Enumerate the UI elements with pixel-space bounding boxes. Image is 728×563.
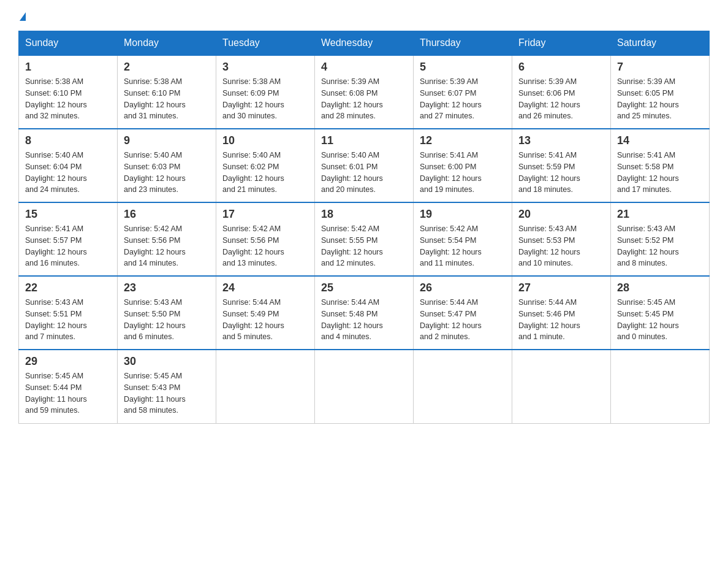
day-number: 4 <box>321 61 407 74</box>
calendar-cell <box>315 350 414 423</box>
calendar-table: SundayMondayTuesdayWednesdayThursdayFrid… <box>18 31 710 424</box>
calendar-cell: 21 Sunrise: 5:43 AMSunset: 5:52 PMDaylig… <box>611 202 710 276</box>
page-header <box>18 12 710 21</box>
calendar-cell <box>512 350 611 423</box>
calendar-cell: 11 Sunrise: 5:40 AMSunset: 6:01 PMDaylig… <box>315 129 414 202</box>
weekday-header-monday: Monday <box>118 31 216 56</box>
logo <box>18 12 26 21</box>
week-row-2: 8 Sunrise: 5:40 AMSunset: 6:04 PMDayligh… <box>19 129 710 202</box>
calendar-cell: 27 Sunrise: 5:44 AMSunset: 5:46 PMDaylig… <box>512 276 611 350</box>
day-number: 20 <box>518 208 604 221</box>
calendar-cell: 5 Sunrise: 5:39 AMSunset: 6:07 PMDayligh… <box>414 55 512 129</box>
weekday-header-wednesday: Wednesday <box>315 31 414 56</box>
day-number: 25 <box>321 282 407 294</box>
day-number: 15 <box>25 208 111 221</box>
day-number: 26 <box>420 282 506 294</box>
day-number: 30 <box>124 355 210 368</box>
calendar-cell: 12 Sunrise: 5:41 AMSunset: 6:00 PMDaylig… <box>414 129 512 202</box>
day-info: Sunrise: 5:45 AMSunset: 5:44 PMDaylight:… <box>25 370 111 416</box>
day-info: Sunrise: 5:40 AMSunset: 6:03 PMDaylight:… <box>124 150 210 196</box>
calendar-cell <box>414 350 512 423</box>
day-info: Sunrise: 5:40 AMSunset: 6:02 PMDaylight:… <box>222 150 308 196</box>
calendar-cell <box>611 350 710 423</box>
day-info: Sunrise: 5:41 AMSunset: 5:57 PMDaylight:… <box>25 223 111 269</box>
weekday-header-thursday: Thursday <box>414 31 512 56</box>
day-info: Sunrise: 5:39 AMSunset: 6:05 PMDaylight:… <box>617 76 703 122</box>
day-number: 3 <box>222 61 308 74</box>
weekday-header-saturday: Saturday <box>611 31 710 56</box>
calendar-cell: 10 Sunrise: 5:40 AMSunset: 6:02 PMDaylig… <box>216 129 315 202</box>
calendar-cell: 8 Sunrise: 5:40 AMSunset: 6:04 PMDayligh… <box>19 129 118 202</box>
day-number: 9 <box>124 134 210 147</box>
day-info: Sunrise: 5:44 AMSunset: 5:46 PMDaylight:… <box>518 297 604 343</box>
day-info: Sunrise: 5:39 AMSunset: 6:06 PMDaylight:… <box>518 76 604 122</box>
day-number: 24 <box>222 282 308 294</box>
calendar-cell: 24 Sunrise: 5:44 AMSunset: 5:49 PMDaylig… <box>216 276 315 350</box>
day-number: 21 <box>617 208 703 221</box>
day-number: 14 <box>617 134 703 147</box>
day-info: Sunrise: 5:42 AMSunset: 5:56 PMDaylight:… <box>124 223 210 269</box>
day-number: 7 <box>617 61 703 74</box>
day-number: 22 <box>25 282 111 294</box>
day-info: Sunrise: 5:38 AMSunset: 6:09 PMDaylight:… <box>222 76 308 122</box>
day-number: 18 <box>321 208 407 221</box>
day-number: 17 <box>222 208 308 221</box>
day-info: Sunrise: 5:43 AMSunset: 5:50 PMDaylight:… <box>124 297 210 343</box>
weekday-header-friday: Friday <box>512 31 611 56</box>
calendar-cell: 15 Sunrise: 5:41 AMSunset: 5:57 PMDaylig… <box>19 202 118 276</box>
calendar-cell: 9 Sunrise: 5:40 AMSunset: 6:03 PMDayligh… <box>118 129 216 202</box>
day-info: Sunrise: 5:43 AMSunset: 5:53 PMDaylight:… <box>518 223 604 269</box>
day-number: 19 <box>420 208 506 221</box>
day-number: 13 <box>518 134 604 147</box>
calendar-cell: 19 Sunrise: 5:42 AMSunset: 5:54 PMDaylig… <box>414 202 512 276</box>
calendar-cell: 4 Sunrise: 5:39 AMSunset: 6:08 PMDayligh… <box>315 55 414 129</box>
calendar-cell: 22 Sunrise: 5:43 AMSunset: 5:51 PMDaylig… <box>19 276 118 350</box>
day-number: 5 <box>420 61 506 74</box>
calendar-cell <box>216 350 315 423</box>
calendar-cell: 29 Sunrise: 5:45 AMSunset: 5:44 PMDaylig… <box>19 350 118 423</box>
week-row-3: 15 Sunrise: 5:41 AMSunset: 5:57 PMDaylig… <box>19 202 710 276</box>
day-number: 23 <box>124 282 210 294</box>
day-number: 2 <box>124 61 210 74</box>
calendar-cell: 18 Sunrise: 5:42 AMSunset: 5:55 PMDaylig… <box>315 202 414 276</box>
day-number: 29 <box>25 355 111 368</box>
day-info: Sunrise: 5:42 AMSunset: 5:54 PMDaylight:… <box>420 223 506 269</box>
day-info: Sunrise: 5:39 AMSunset: 6:08 PMDaylight:… <box>321 76 407 122</box>
day-info: Sunrise: 5:42 AMSunset: 5:56 PMDaylight:… <box>222 223 308 269</box>
day-info: Sunrise: 5:39 AMSunset: 6:07 PMDaylight:… <box>420 76 506 122</box>
calendar-cell: 30 Sunrise: 5:45 AMSunset: 5:43 PMDaylig… <box>118 350 216 423</box>
calendar-cell: 26 Sunrise: 5:44 AMSunset: 5:47 PMDaylig… <box>414 276 512 350</box>
day-number: 10 <box>222 134 308 147</box>
calendar-cell: 25 Sunrise: 5:44 AMSunset: 5:48 PMDaylig… <box>315 276 414 350</box>
calendar-cell: 17 Sunrise: 5:42 AMSunset: 5:56 PMDaylig… <box>216 202 315 276</box>
calendar-cell: 20 Sunrise: 5:43 AMSunset: 5:53 PMDaylig… <box>512 202 611 276</box>
calendar-cell: 23 Sunrise: 5:43 AMSunset: 5:50 PMDaylig… <box>118 276 216 350</box>
day-number: 11 <box>321 134 407 147</box>
week-row-5: 29 Sunrise: 5:45 AMSunset: 5:44 PMDaylig… <box>19 350 710 423</box>
week-row-1: 1 Sunrise: 5:38 AMSunset: 6:10 PMDayligh… <box>19 55 710 129</box>
week-row-4: 22 Sunrise: 5:43 AMSunset: 5:51 PMDaylig… <box>19 276 710 350</box>
day-number: 28 <box>617 282 703 294</box>
day-info: Sunrise: 5:43 AMSunset: 5:52 PMDaylight:… <box>617 223 703 269</box>
calendar-cell: 1 Sunrise: 5:38 AMSunset: 6:10 PMDayligh… <box>19 55 118 129</box>
day-info: Sunrise: 5:45 AMSunset: 5:43 PMDaylight:… <box>124 370 210 416</box>
day-info: Sunrise: 5:44 AMSunset: 5:48 PMDaylight:… <box>321 297 407 343</box>
logo-triangle-icon <box>20 12 26 21</box>
calendar-cell: 13 Sunrise: 5:41 AMSunset: 5:59 PMDaylig… <box>512 129 611 202</box>
day-info: Sunrise: 5:40 AMSunset: 6:01 PMDaylight:… <box>321 150 407 196</box>
day-number: 27 <box>518 282 604 294</box>
weekday-header-sunday: Sunday <box>19 31 118 56</box>
weekday-header-tuesday: Tuesday <box>216 31 315 56</box>
calendar-cell: 7 Sunrise: 5:39 AMSunset: 6:05 PMDayligh… <box>611 55 710 129</box>
day-info: Sunrise: 5:41 AMSunset: 5:59 PMDaylight:… <box>518 150 604 196</box>
day-info: Sunrise: 5:44 AMSunset: 5:49 PMDaylight:… <box>222 297 308 343</box>
calendar-cell: 6 Sunrise: 5:39 AMSunset: 6:06 PMDayligh… <box>512 55 611 129</box>
calendar-cell: 16 Sunrise: 5:42 AMSunset: 5:56 PMDaylig… <box>118 202 216 276</box>
day-info: Sunrise: 5:41 AMSunset: 5:58 PMDaylight:… <box>617 150 703 196</box>
day-info: Sunrise: 5:45 AMSunset: 5:45 PMDaylight:… <box>617 297 703 343</box>
day-info: Sunrise: 5:41 AMSunset: 6:00 PMDaylight:… <box>420 150 506 196</box>
calendar-cell: 2 Sunrise: 5:38 AMSunset: 6:10 PMDayligh… <box>118 55 216 129</box>
weekday-header-row: SundayMondayTuesdayWednesdayThursdayFrid… <box>19 31 710 56</box>
calendar-cell: 3 Sunrise: 5:38 AMSunset: 6:09 PMDayligh… <box>216 55 315 129</box>
day-info: Sunrise: 5:38 AMSunset: 6:10 PMDaylight:… <box>25 76 111 122</box>
